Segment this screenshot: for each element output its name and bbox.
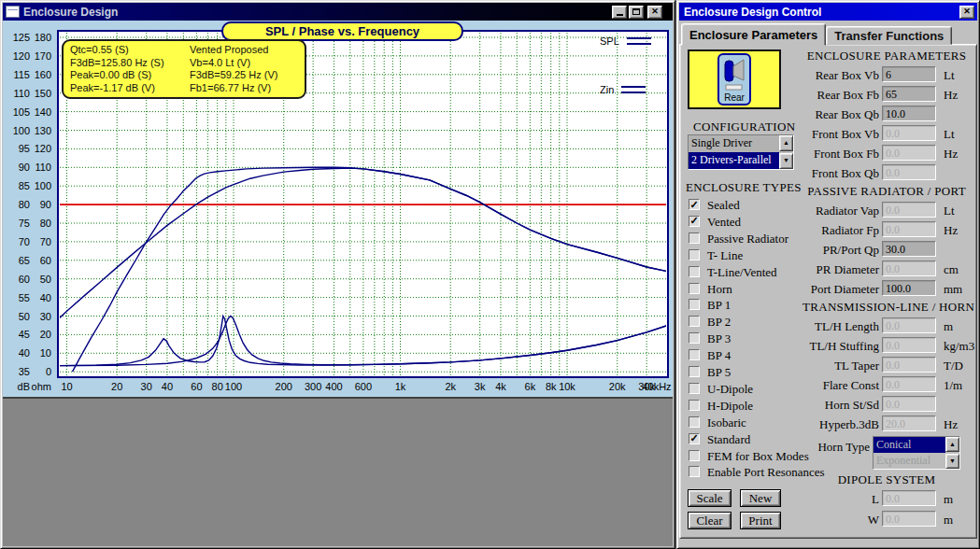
param-field-rear-box-qb[interactable]: 10.0 bbox=[882, 106, 936, 121]
rear-driver-icon[interactable]: Rear bbox=[688, 49, 781, 109]
field-label: Front Box Vb bbox=[802, 127, 879, 142]
checkbox-bp-4[interactable] bbox=[689, 349, 700, 360]
param-field-front-box-fb: 0.0 bbox=[882, 145, 936, 161]
checkbox-enable-port-resonances[interactable] bbox=[689, 466, 700, 477]
checkbox-label: Vented bbox=[707, 215, 741, 230]
annotation-text: Fb1=66.77 Hz (V) bbox=[190, 82, 298, 95]
scale-button[interactable]: Scale bbox=[688, 489, 731, 507]
axis-tick-label: 1k bbox=[380, 381, 421, 392]
checkbox-bp-3[interactable] bbox=[689, 332, 700, 344]
param-field-pr-diameter: 0.0 bbox=[882, 260, 936, 276]
configuration-listbox[interactable]: Single Driver2 Drivers-Parallel▲▼ bbox=[688, 134, 794, 170]
checkbox-standard[interactable]: ✓ bbox=[689, 433, 700, 444]
checkbox-label: BP 4 bbox=[707, 348, 731, 363]
annotation-text: Peak=0.00 dB (S) bbox=[70, 69, 190, 82]
axis-tick-label: 600 bbox=[343, 381, 384, 392]
checkbox-bp-1[interactable] bbox=[689, 299, 700, 310]
scroll-up-icon[interactable]: ▲ bbox=[779, 135, 793, 151]
checkbox-sealed[interactable]: ✓ bbox=[689, 199, 700, 210]
field-label: W bbox=[802, 513, 879, 528]
checkbox-t-line-vented[interactable] bbox=[689, 266, 700, 277]
maximize-icon[interactable] bbox=[629, 6, 644, 19]
checkbox-fem-for-box-modes[interactable] bbox=[689, 450, 700, 461]
axis-tick-label: 85 bbox=[5, 180, 30, 191]
checkbox-isobaric[interactable] bbox=[689, 416, 700, 428]
checkbox-t-line[interactable] bbox=[689, 249, 700, 260]
checkbox-label: Sealed bbox=[707, 198, 740, 213]
param-field-pr-port-qp[interactable]: 30.0 bbox=[882, 241, 936, 257]
checkbox-label: T-Line/Vented bbox=[707, 265, 777, 280]
checkbox-horn[interactable] bbox=[689, 283, 700, 294]
axis-tick-label: 115 bbox=[5, 69, 30, 80]
param-field-front-box-vb: 0.0 bbox=[882, 125, 936, 141]
section-heading: DIPOLE SYSTEM bbox=[802, 472, 971, 487]
annotation-text: Qtc=0.55 (S) bbox=[70, 44, 190, 57]
field-label: Rear Box Vb bbox=[802, 68, 879, 83]
minimize-icon[interactable] bbox=[612, 6, 627, 19]
checkbox-bp-5[interactable] bbox=[689, 366, 700, 377]
annotation-text: Vented Proposed bbox=[190, 44, 298, 57]
field-unit: Hz bbox=[944, 417, 958, 432]
axis-tick-label: 40 bbox=[31, 292, 51, 303]
tab-strip: Enclosure ParametersTransfer Functions bbox=[679, 22, 977, 45]
axis-tick-label: 150 bbox=[31, 88, 51, 99]
checkbox-label: BP 3 bbox=[707, 331, 731, 346]
new-button[interactable]: New bbox=[740, 489, 781, 507]
scroll-down-icon[interactable]: ▼ bbox=[779, 153, 793, 169]
configuration-option[interactable]: 2 Drivers-Parallel bbox=[689, 152, 779, 169]
tab-transfer-functions[interactable]: Transfer Functions bbox=[826, 26, 952, 45]
horn-type-listbox[interactable]: ConicalExponential▲▼ bbox=[873, 436, 960, 470]
field-label: Radiator Vap bbox=[802, 204, 879, 218]
axis-tick-label: 120 bbox=[31, 143, 51, 154]
checkbox-passive-radiator[interactable] bbox=[689, 232, 700, 244]
configuration-option[interactable]: Single Driver bbox=[689, 135, 779, 152]
clear-button[interactable]: Clear bbox=[688, 512, 731, 529]
scroll-down-icon[interactable]: ▼ bbox=[945, 454, 959, 469]
param-field-port-diameter[interactable]: 100.0 bbox=[882, 280, 936, 296]
horn-type-option[interactable]: Conical bbox=[873, 437, 945, 453]
axis-tick-label: 180 bbox=[31, 32, 51, 43]
legend-zin: Zin bbox=[600, 84, 646, 95]
chart-area: 1251201151101051009590858075706560555045… bbox=[3, 21, 673, 399]
tab-enclosure-parameters[interactable]: Enclosure Parameters bbox=[681, 23, 826, 46]
field-label: PR/Port Qp bbox=[802, 243, 879, 258]
field-label: Port Diameter bbox=[802, 282, 879, 297]
param-field-tl-h-length: 0.0 bbox=[882, 317, 936, 333]
checkbox-h-dipole[interactable] bbox=[689, 400, 700, 411]
field-label: Horn St/Sd bbox=[802, 398, 879, 413]
param-field-flare-const: 0.0 bbox=[882, 376, 936, 392]
close-icon[interactable]: ✕ bbox=[647, 6, 662, 19]
print-button[interactable]: Print bbox=[740, 512, 781, 529]
param-field-rear-box-vb[interactable]: 6 bbox=[882, 66, 936, 82]
axis-tick-label: 100 bbox=[213, 381, 254, 392]
axis-tick-label: 170 bbox=[31, 50, 51, 62]
axis-tick-label: 75 bbox=[5, 218, 30, 229]
checkbox-bp-2[interactable] bbox=[689, 316, 700, 327]
speaker-box-icon: Rear bbox=[717, 53, 751, 106]
field-label: Horn Type bbox=[793, 440, 870, 455]
annotation-text: F3dB=125.80 Hz (S) bbox=[70, 57, 190, 70]
axis-tick-label: 100 bbox=[31, 180, 51, 191]
checkbox-u-dipole[interactable] bbox=[689, 383, 700, 394]
param-field-tl-h-stuffing: 0.0 bbox=[882, 337, 936, 353]
axis-tick-label: 60 bbox=[31, 255, 51, 266]
param-field-horn-st-sd: 0.0 bbox=[882, 396, 936, 412]
checkbox-vented[interactable]: ✓ bbox=[689, 216, 700, 227]
horn-type-option[interactable]: Exponential bbox=[873, 453, 945, 469]
field-label: Rear Box Qb bbox=[802, 107, 879, 122]
control-panel-titlebar[interactable]: Enclosure Design Control ✕ bbox=[679, 3, 977, 21]
field-unit: Lt bbox=[944, 204, 955, 218]
axis-tick-label: 120 bbox=[5, 50, 30, 62]
chart-annotation-box: Qtc=0.55 (S)Vented ProposedF3dB=125.80 H… bbox=[62, 39, 306, 99]
section-heading: TRANSMISSION-LINE / HORN bbox=[802, 300, 971, 315]
panel-close-icon[interactable]: ✕ bbox=[959, 6, 974, 19]
param-field-rear-box-fb[interactable]: 65 bbox=[882, 86, 936, 102]
field-unit: m bbox=[944, 513, 953, 528]
scroll-up-icon[interactable]: ▲ bbox=[945, 437, 959, 452]
checkbox-label: T- Line bbox=[707, 248, 743, 263]
axis-tick-label: 140 bbox=[31, 106, 51, 118]
chart-window-titlebar[interactable]: Enclosure Design ✕ bbox=[3, 3, 673, 21]
param-field-radiator-fp: 0.0 bbox=[882, 221, 936, 237]
field-unit: kg/m3 bbox=[944, 339, 974, 354]
field-label: Radiator Fp bbox=[802, 223, 879, 238]
